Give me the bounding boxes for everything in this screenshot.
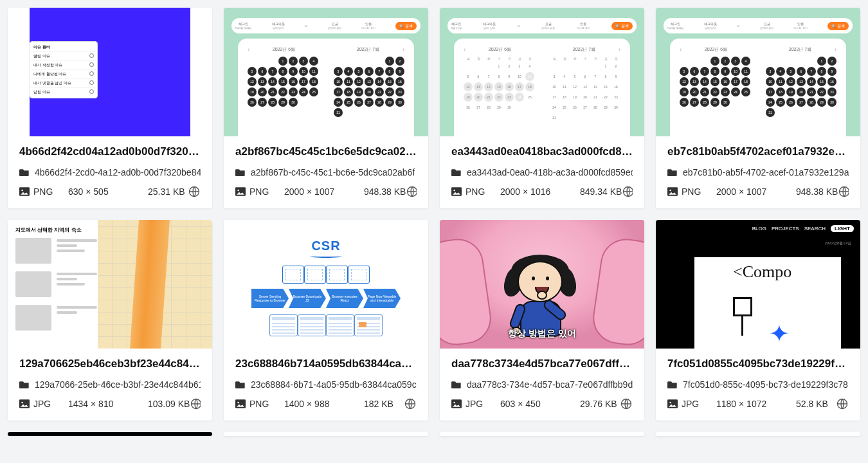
file-title: 7fc051d0855c4095bc73de19229f3… <box>667 358 849 370</box>
file-format: JPG <box>682 399 716 409</box>
folder-name: eb7c81b0-ab5f-4702-acef-01a7932e129a <box>683 167 849 177</box>
sketch-text: <Compo <box>733 262 791 282</box>
svg-rect-18 <box>451 399 462 408</box>
public-icon <box>404 397 417 410</box>
image-icon <box>19 399 30 408</box>
image-icon <box>451 187 462 196</box>
search-button: 🔍검색 <box>395 22 417 30</box>
public-icon <box>188 185 201 198</box>
file-title: 4b66d2f42cd04a12ad0b00d7f320… <box>19 145 201 158</box>
radio <box>89 80 94 85</box>
file-dimensions: 2000 × 1016 <box>500 186 580 197</box>
file-dimensions: 630 × 505 <box>68 186 148 197</box>
close-icon: × <box>305 23 308 29</box>
image-icon <box>235 399 246 408</box>
asset-card-peek <box>224 432 428 436</box>
radio <box>89 89 94 94</box>
asset-card-peek <box>656 432 860 436</box>
folder-name: 7fc051d0-855c-4095-bc73-de19229f3c78 <box>683 379 848 390</box>
radio <box>89 53 94 58</box>
svg-rect-21 <box>667 399 678 408</box>
svg-point-19 <box>453 402 455 404</box>
asset-card[interactable]: 체크인NaN월 NaN일 체크아웃날짜 입력 × 요금금액대 설정 인원게스트 … <box>224 8 428 208</box>
file-format: JPG <box>466 399 500 409</box>
thumbnail: 항상 방법은 있어 <box>440 220 644 349</box>
file-size: 25.31 KB <box>148 186 188 197</box>
asset-card[interactable]: 지도에서 선택한 지역의 숙소 129a706625eb46ceb3bf23e4… <box>8 220 212 421</box>
image-icon <box>235 187 246 196</box>
file-size: 182 KB <box>364 399 404 409</box>
thumbnail: 체크인8월 11일 체크아웃날짜 입력 × 요금금액대 설정 인원게스트 추가 … <box>440 8 644 136</box>
svg-rect-15 <box>235 399 246 408</box>
file-format: PNG <box>249 399 284 409</box>
svg-point-7 <box>453 190 455 192</box>
nav: BLOG PROJECTS SEARCH LIGHT <box>752 225 854 232</box>
thumbnail: CSR Server Sending Response to Browser B… <box>224 220 428 349</box>
asset-card[interactable]: 이슈 필터 열린 이슈 내가 작성한 이슈 나에게 할당된 이슈 내가 댓글을 … <box>8 8 212 208</box>
file-title: ea3443ad0ea0418bac3ad000fcd8… <box>451 145 633 158</box>
popup-title: 이슈 필터 <box>30 44 97 51</box>
folder-icon <box>667 380 678 389</box>
chevron-right-icon: › <box>402 46 404 53</box>
svg-point-16 <box>237 402 239 404</box>
public-icon <box>836 397 849 410</box>
folder-icon <box>451 168 462 177</box>
thumbnail: 체크인NaN월 NaN일 체크아웃날짜 입력 × 요금금액대 설정 인원게스트 … <box>224 8 428 136</box>
folder-icon <box>667 168 678 177</box>
public-icon <box>622 185 633 198</box>
folder-icon <box>19 168 30 177</box>
thumbnail: 지도에서 선택한 지역의 숙소 <box>8 220 212 349</box>
asset-card-peek <box>8 432 212 436</box>
svg-point-1 <box>21 190 23 192</box>
folder-name: 4b66d2f4-2cd0-4a12-ad0b-00d7f320be84 <box>35 167 201 177</box>
file-dimensions: 1434 × 810 <box>68 399 148 409</box>
image-icon <box>451 399 462 408</box>
asset-grid: 이슈 필터 열린 이슈 내가 작성한 이슈 나에게 할당된 이슈 내가 댓글을 … <box>0 8 868 436</box>
asset-card[interactable]: 체크인NaN월 NaN일 체크아웃날짜 입력 × 요금금액대 설정 인원게스트 … <box>656 8 860 208</box>
asset-card[interactable]: 체크인8월 11일 체크아웃날짜 입력 × 요금금액대 설정 인원게스트 추가 … <box>440 8 644 208</box>
asset-card-peek <box>440 432 644 436</box>
file-size: 29.76 KB <box>580 399 620 409</box>
file-dimensions: 1180 × 1072 <box>716 399 796 409</box>
asset-card[interactable]: BLOG PROJECTS SEARCH LIGHT 2022년8월13일 <C… <box>656 220 860 421</box>
file-format: JPG <box>33 399 68 409</box>
file-format: PNG <box>682 186 716 197</box>
file-dimensions: 2000 × 1007 <box>284 186 364 197</box>
asset-card[interactable]: CSR Server Sending Response to Browser B… <box>224 220 428 421</box>
file-dimensions: 603 × 450 <box>500 399 580 409</box>
file-format: PNG <box>33 186 68 197</box>
caption: 항상 방법은 있어 <box>440 328 644 340</box>
folder-icon <box>235 168 246 177</box>
public-icon <box>838 185 849 198</box>
file-title: a2bf867bc45c45c1bc6e5dc9ca02… <box>235 145 417 158</box>
file-title: daa778c3734e4d57bca77e067dffb… <box>451 358 633 370</box>
folder-icon <box>451 380 462 389</box>
file-size: 103.09 KB <box>148 399 190 409</box>
light-toggle: LIGHT <box>831 225 854 232</box>
chevron-left-icon: ‹ <box>248 46 249 53</box>
file-title: eb7c81b0ab5f4702acef01a7932e1… <box>667 145 849 158</box>
search-bar: 체크인NaN월 NaN일 체크아웃날짜 입력 × 요금금액대 설정 인원게스트 … <box>231 18 420 33</box>
map-title: 지도에서 선택한 지역의 숙소 <box>15 226 82 233</box>
file-format: PNG <box>466 186 500 197</box>
thumbnail: 체크인NaN월 NaN일 체크아웃날짜 입력 × 요금금액대 설정 인원게스트 … <box>656 8 860 136</box>
star-icon: ✦ <box>769 322 790 346</box>
public-icon <box>190 397 201 410</box>
folder-name: daa778c3-734e-4d57-bca7-7e067dffbb9d <box>467 379 633 390</box>
folder-icon <box>235 380 246 389</box>
folder-icon <box>19 380 30 389</box>
folder-name: a2bf867b-c45c-45c1-bc6e-5dc9ca02ab6f <box>251 167 415 177</box>
folder-name: 23c68884-6b71-4a05-95db-63844ca059c <box>251 379 417 390</box>
file-dimensions: 1400 × 988 <box>284 399 364 409</box>
thumbnail: BLOG PROJECTS SEARCH LIGHT 2022년8월13일 <C… <box>656 220 860 349</box>
image-icon <box>667 187 678 196</box>
thumbnail: 이슈 필터 열린 이슈 내가 작성한 이슈 나에게 할당된 이슈 내가 댓글을 … <box>8 8 212 136</box>
file-title: 129a706625eb46ceb3bf23e44c84… <box>19 358 201 370</box>
file-title: 23c688846b714a0595db63844ca… <box>235 358 417 370</box>
radio <box>89 71 94 76</box>
svg-point-22 <box>669 402 671 404</box>
asset-card[interactable]: 항상 방법은 있어 daa778c3734e4d57bca77e067dffb…… <box>440 220 644 421</box>
svg-point-10 <box>669 190 671 192</box>
folder-name: 129a7066-25eb-46ce-b3bf-23e44c844b61 <box>35 379 201 390</box>
public-icon <box>620 397 633 410</box>
